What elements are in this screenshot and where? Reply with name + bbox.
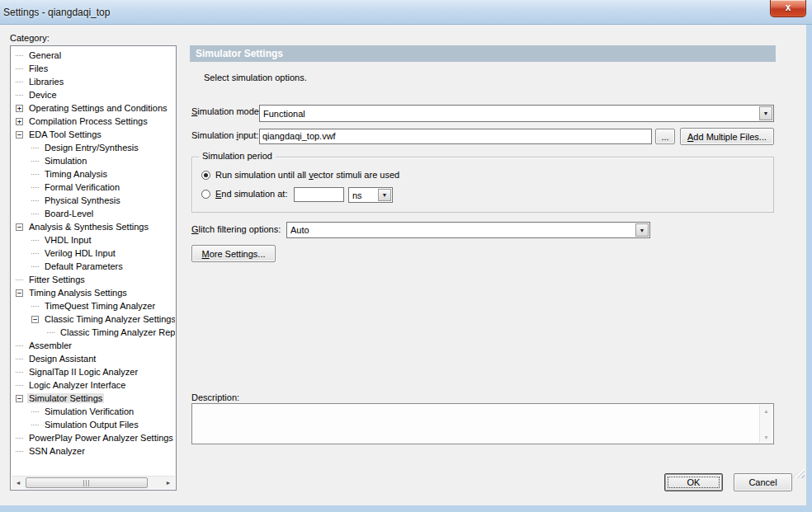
tree-item[interactable]: Physical Synthesis	[12, 194, 175, 207]
tree-item-label[interactable]: Physical Synthesis	[43, 195, 122, 205]
tree-item-label[interactable]: Timing Analysis Settings	[27, 288, 129, 298]
tree-item[interactable]: −Simulator Settings	[12, 392, 175, 405]
ok-button[interactable]: OK	[664, 473, 723, 491]
add-multiple-files-button[interactable]: Add Multiple Files...	[680, 128, 774, 145]
simulation-mode-select[interactable]: Functional ▼	[259, 105, 774, 122]
time-unit-select[interactable]: ns ▼	[348, 187, 393, 203]
tree-item[interactable]: −Analysis & Synthesis Settings	[12, 220, 175, 233]
close-icon[interactable]: x	[770, 0, 806, 17]
chevron-down-icon[interactable]: ▼	[759, 106, 772, 120]
tree-item-label[interactable]: Files	[27, 63, 50, 73]
tree-item-label[interactable]: VHDL Input	[43, 235, 92, 245]
radio-end-simulation[interactable]	[201, 190, 210, 199]
scroll-left-icon[interactable]: ◄	[12, 477, 25, 489]
description-textarea[interactable]: ▲ ▼	[191, 403, 774, 444]
chevron-down-icon[interactable]: ▼	[378, 189, 391, 201]
tree-connector	[16, 438, 23, 439]
tree-item[interactable]: Design Assistant	[12, 352, 175, 365]
radio-run-simulation-label[interactable]: Run simulation until all vector stimuli …	[215, 170, 399, 180]
glitch-filtering-select[interactable]: Auto ▼	[286, 222, 650, 238]
tree-horizontal-scrollbar: ◄ ►	[12, 476, 175, 489]
tree-item-label[interactable]: Formal Verification	[43, 182, 121, 192]
tree-item-label[interactable]: Analysis & Synthesis Settings	[27, 222, 150, 232]
tree-item-label[interactable]: Board-Level	[43, 209, 95, 218]
tree-item[interactable]: SSN Analyzer	[12, 444, 175, 458]
tree-item[interactable]: Fitter Settings	[12, 273, 175, 286]
tree-item[interactable]: General	[12, 49, 175, 62]
tree-item[interactable]: +Compilation Process Settings	[12, 115, 175, 128]
titlebar[interactable]: Settings - qiangdaqi_top x	[0, 0, 812, 25]
tree-item-label[interactable]: Design Entry/Synthesis	[43, 143, 140, 153]
browse-button[interactable]: ...	[655, 129, 675, 144]
radio-end-simulation-label[interactable]: End simulation at:	[215, 189, 287, 199]
tree-item-label[interactable]: Compilation Process Settings	[27, 116, 149, 126]
scroll-down-icon[interactable]: ▼	[760, 431, 772, 443]
tree-item[interactable]: Verilog HDL Input	[12, 247, 175, 260]
collapse-icon[interactable]: −	[16, 223, 23, 231]
tree-item[interactable]: VHDL Input	[12, 233, 175, 247]
tree-item[interactable]: −Timing Analysis Settings	[12, 286, 175, 299]
scroll-right-icon[interactable]: ►	[162, 477, 175, 489]
tree-item-label[interactable]: Simulation Output Files	[43, 420, 140, 430]
tree-item-label[interactable]: Device	[27, 90, 59, 100]
expand-icon[interactable]: +	[16, 105, 23, 112]
tree-item-label[interactable]: Simulation Verification	[43, 406, 135, 416]
tree-item-label[interactable]: Classic Timing Analyzer Settings	[43, 314, 175, 324]
scroll-up-icon[interactable]: ▲	[760, 405, 772, 416]
chevron-down-icon[interactable]: ▼	[635, 223, 649, 237]
tree-item[interactable]: Design Entry/Synthesis	[12, 141, 175, 154]
tree-item[interactable]: Timing Analysis	[12, 167, 175, 181]
tree-item-label[interactable]: Logic Analyzer Interface	[27, 380, 127, 390]
tree-item-label[interactable]: Default Parameters	[43, 261, 125, 271]
tree-item-label[interactable]: EDA Tool Settings	[27, 129, 103, 139]
tree-item[interactable]: PowerPlay Power Analyzer Settings	[12, 431, 175, 444]
tree-connector	[31, 148, 39, 148]
more-settings-button[interactable]: More Settings...	[191, 245, 276, 262]
expand-icon[interactable]: +	[16, 118, 23, 125]
tree-item[interactable]: Assembler	[12, 339, 175, 352]
collapse-icon[interactable]: −	[16, 289, 23, 297]
collapse-icon[interactable]: −	[16, 395, 23, 402]
tree-item-label[interactable]: TimeQuest Timing Analyzer	[43, 301, 157, 311]
tree-item-label[interactable]: Design Assistant	[27, 354, 97, 364]
tree-item[interactable]: Files	[12, 62, 175, 75]
tree-item-label[interactable]: Fitter Settings	[27, 275, 87, 284]
tree-item[interactable]: Classic Timing Analyzer Repor	[12, 326, 175, 339]
tree-item[interactable]: Default Parameters	[12, 260, 175, 273]
tree-item[interactable]: Simulation Verification	[12, 405, 175, 418]
tree-item-label[interactable]: Verilog HDL Input	[43, 248, 117, 258]
tree-item[interactable]: Logic Analyzer Interface	[12, 378, 175, 392]
tree-item-label[interactable]: SignalTap II Logic Analyzer	[27, 367, 139, 377]
tree-item-label[interactable]: Timing Analysis	[43, 169, 109, 179]
scrollbar-thumb[interactable]	[26, 477, 148, 488]
tree-item-label[interactable]: Classic Timing Analyzer Repor	[59, 327, 175, 337]
tree-item[interactable]: SignalTap II Logic Analyzer	[12, 365, 175, 378]
tree-item[interactable]: Device	[12, 88, 175, 101]
tree-connector	[16, 68, 23, 69]
cancel-button[interactable]: Cancel	[734, 473, 792, 491]
tree-item[interactable]: −EDA Tool Settings	[12, 128, 175, 141]
tree-item-label[interactable]: Libraries	[27, 77, 65, 87]
tree-item-label[interactable]: Assembler	[27, 341, 73, 350]
tree-item[interactable]: −Classic Timing Analyzer Settings	[12, 312, 175, 326]
tree-connector	[16, 359, 23, 359]
tree-item[interactable]: Simulation	[12, 154, 175, 167]
collapse-icon[interactable]: −	[16, 131, 23, 139]
tree-item-label[interactable]: PowerPlay Power Analyzer Settings	[27, 433, 175, 443]
tree-item[interactable]: Simulation Output Files	[12, 418, 175, 431]
radio-run-simulation[interactable]	[201, 171, 210, 180]
tree-item[interactable]: Libraries	[12, 75, 175, 88]
tree-item[interactable]: +Operating Settings and Conditions	[12, 101, 175, 115]
tree-item[interactable]: Board-Level	[12, 207, 175, 220]
tree-item[interactable]: Formal Verification	[12, 181, 175, 194]
simulation-input-field[interactable]: qiangdaqi_top.vwf	[259, 129, 652, 144]
end-simulation-time-field[interactable]	[294, 187, 344, 202]
collapse-icon[interactable]: −	[31, 316, 39, 323]
tree-item-label[interactable]: Simulation	[43, 156, 88, 166]
tree-item-label[interactable]: SSN Analyzer	[27, 446, 87, 456]
scrollbar-grip-icon	[83, 480, 90, 486]
tree-item-label[interactable]: Simulator Settings	[27, 393, 104, 403]
tree-item-label[interactable]: Operating Settings and Conditions	[27, 103, 169, 113]
tree-item-label[interactable]: General	[27, 50, 63, 60]
tree-item[interactable]: TimeQuest Timing Analyzer	[12, 299, 175, 312]
